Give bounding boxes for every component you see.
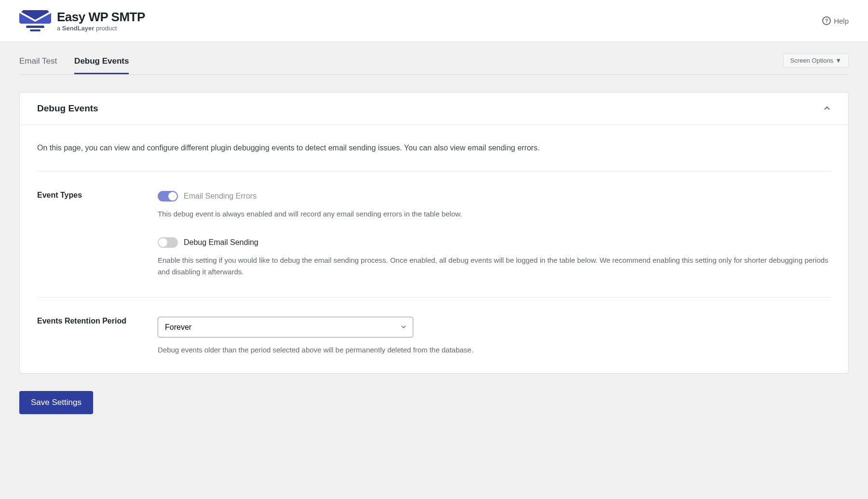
panel-title: Debug Events xyxy=(37,103,98,114)
logo-text: Easy WP SMTP a SendLayer product xyxy=(57,10,145,32)
logo-title: Easy WP SMTP xyxy=(57,10,145,25)
toggle-knob xyxy=(168,192,177,201)
chevron-up-icon xyxy=(823,105,831,112)
help-icon: ? xyxy=(822,16,831,25)
event-types-label: Event Types xyxy=(37,191,158,278)
retention-select[interactable]: Forever xyxy=(158,317,413,337)
retention-label: Events Retention Period xyxy=(37,317,158,356)
toggle-row: Email Sending Errors xyxy=(158,191,831,202)
toggle-errors-label: Email Sending Errors xyxy=(184,192,257,201)
setting-event-types: Event Types Email Sending Errors This de… xyxy=(37,172,831,297)
setting-retention: Events Retention Period Forever Debug ev… xyxy=(37,297,831,356)
help-label: Help xyxy=(834,17,849,25)
toggle-debug-email-sending: Debug Email Sending Enable this setting … xyxy=(158,237,831,278)
svg-rect-1 xyxy=(30,29,41,31)
toggle-email-sending-errors: Email Sending Errors This debug event is… xyxy=(158,191,831,220)
logo-icon xyxy=(19,10,51,31)
debug-events-panel: Debug Events On this page, you can view … xyxy=(19,92,849,374)
retention-select-wrap: Forever xyxy=(158,317,413,337)
triangle-down-icon: ▼ xyxy=(835,57,841,64)
retention-content: Forever Debug events older than the peri… xyxy=(158,317,831,356)
tabs: Email Test Debug Events xyxy=(19,50,849,75)
logo-subtitle: a SendLayer product xyxy=(57,25,145,32)
retention-description: Debug events older than the period selec… xyxy=(158,344,831,356)
toggle-knob xyxy=(159,238,167,247)
event-types-content: Email Sending Errors This debug event is… xyxy=(158,191,831,278)
panel-header[interactable]: Debug Events xyxy=(20,93,848,125)
help-link[interactable]: ? Help xyxy=(822,16,849,25)
toggle-debug-label: Debug Email Sending xyxy=(184,238,258,247)
tab-debug-events[interactable]: Debug Events xyxy=(74,50,129,74)
toggle-errors-description: This debug event is always enabled and w… xyxy=(158,208,831,220)
toggle-debug-description: Enable this setting if you would like to… xyxy=(158,255,831,278)
content: Screen Options ▼ Email Test Debug Events… xyxy=(0,50,868,414)
panel-description: On this page, you can view and configure… xyxy=(37,142,831,172)
svg-rect-0 xyxy=(26,26,44,28)
save-settings-button[interactable]: Save Settings xyxy=(19,391,93,414)
toggle-errors xyxy=(158,191,178,202)
toggle-debug[interactable] xyxy=(158,237,178,248)
tab-email-test[interactable]: Email Test xyxy=(19,50,57,74)
panel-body: On this page, you can view and configure… xyxy=(20,125,848,373)
screen-options-button[interactable]: Screen Options ▼ xyxy=(783,54,849,67)
toggle-row: Debug Email Sending xyxy=(158,237,831,248)
page-header: Easy WP SMTP a SendLayer product ? Help xyxy=(0,0,868,42)
logo: Easy WP SMTP a SendLayer product xyxy=(19,10,145,32)
